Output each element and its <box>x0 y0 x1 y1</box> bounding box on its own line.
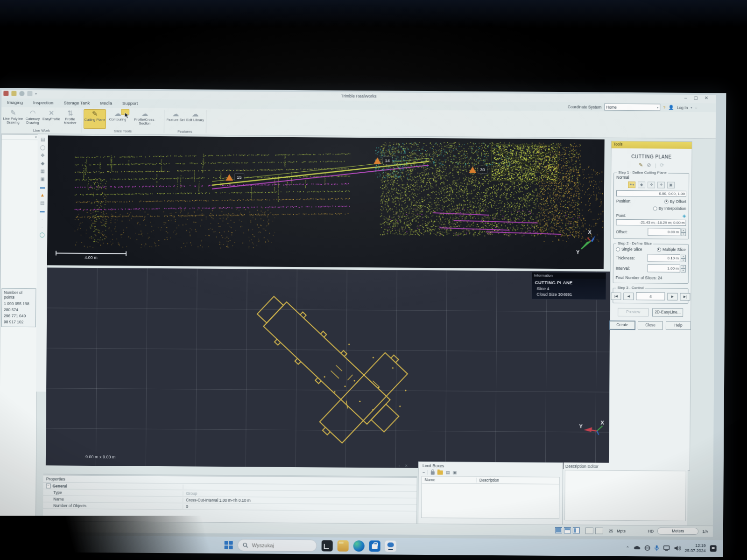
file-explorer-icon[interactable] <box>338 540 349 552</box>
previous-slice-button[interactable]: ◀ <box>623 292 634 300</box>
tab-inspection[interactable]: Inspection <box>33 100 53 105</box>
line-polyline-drawing-button[interactable]: ✎ Line Polyline Drawing <box>2 109 24 127</box>
close-panel-button[interactable]: Close <box>638 321 663 329</box>
volume-icon[interactable] <box>674 546 681 551</box>
viewport-3d[interactable]: 15 14 30 4.00 m X Z <box>47 135 605 269</box>
segment-icon[interactable]: ▦ <box>40 169 45 174</box>
description-editor-box[interactable] <box>564 470 686 521</box>
limit-boxes-table[interactable]: Name Description <box>421 476 560 519</box>
units-selector[interactable]: Meters <box>657 527 698 535</box>
tab-media[interactable]: Media <box>100 100 112 105</box>
edit-library-button[interactable]: ☁ Edit Library <box>184 110 206 128</box>
orbit-icon[interactable]: ◯ <box>40 145 45 150</box>
profile-matcher-button[interactable]: ⇅ Profile Matcher <box>59 109 81 128</box>
realworks-taskbar-icon[interactable] <box>322 540 333 551</box>
column-name[interactable]: Name <box>422 477 477 483</box>
collapse-general-icon[interactable]: − <box>46 483 51 488</box>
panel-pin-close-icons[interactable]: ◦ ✕ <box>399 464 410 468</box>
edge-browser-icon[interactable] <box>353 540 365 552</box>
layout-single-icon[interactable] <box>555 527 562 533</box>
compass-icon[interactable]: ◯ <box>40 232 45 237</box>
cutting-plane-button[interactable]: ✎ Cutting Plane <box>84 109 106 129</box>
edit-plane-icon[interactable]: ✎ <box>639 162 643 168</box>
normal-vector-input[interactable] <box>616 190 686 197</box>
by-interpolation-radio[interactable]: By Interpolation <box>653 206 686 210</box>
maximize-button[interactable]: ▢ <box>693 95 698 100</box>
close-button[interactable]: ✕ <box>705 95 708 100</box>
export-icon[interactable]: ▤ <box>446 470 450 475</box>
network-icon[interactable] <box>645 545 650 551</box>
onedrive-icon[interactable] <box>634 545 641 551</box>
point-size-icon[interactable]: ∙ <box>42 217 43 221</box>
tools-panel-header[interactable]: Tools <box>612 141 692 149</box>
layout-split-v-icon[interactable] <box>573 527 580 533</box>
by-offset-radio[interactable]: By Offset <box>664 199 686 204</box>
notification-icon[interactable] <box>710 545 717 552</box>
lock-icon[interactable] <box>431 471 435 475</box>
tab-support[interactable]: Support <box>122 100 138 105</box>
reset-icon[interactable]: ⟳ <box>660 162 664 168</box>
slice-view-icon[interactable]: ▬ <box>40 209 45 213</box>
start-button[interactable] <box>225 541 233 549</box>
point-density-toggle-icon[interactable] <box>585 527 593 534</box>
easyline-button[interactable]: 2D-EasyLine... <box>652 308 683 316</box>
measure-icon[interactable]: ▤ <box>40 201 45 205</box>
warning-marker-icon[interactable]: ▲ <box>40 193 45 197</box>
annotation-marker-15[interactable]: 15 <box>226 173 244 181</box>
feature-set-button[interactable]: ☁ Feature Set <box>165 110 186 128</box>
microsoft-store-icon[interactable] <box>369 540 381 552</box>
annotation-marker-30[interactable]: 30 <box>469 166 487 174</box>
pan-icon[interactable]: ✥ <box>41 153 44 158</box>
login-button[interactable]: Log In <box>677 105 688 110</box>
slice-index-input[interactable] <box>636 292 665 300</box>
tab-imaging[interactable]: Imaging <box>7 100 23 105</box>
preview-button[interactable]: Preview <box>618 308 648 316</box>
help-icon[interactable]: ? <box>663 105 665 110</box>
tray-chevron-icon[interactable]: ⌃ <box>626 545 629 550</box>
point-input[interactable] <box>616 219 686 226</box>
profile-cross-section-button[interactable]: ☁ Profile/Cross-Section <box>129 110 160 128</box>
microphone-icon[interactable] <box>655 545 659 551</box>
interval-spinner[interactable]: ▴▾ <box>648 264 686 273</box>
create-button[interactable]: Create <box>610 321 635 329</box>
grid-icon[interactable]: ▣ <box>40 177 45 182</box>
ribbon-options-icon[interactable]: ◌ <box>695 105 697 110</box>
tab-storage-tank[interactable]: Storage Tank <box>63 100 90 105</box>
annotation-marker-14[interactable]: 14 <box>374 156 392 164</box>
coordinate-system-select[interactable]: Home▾ <box>604 104 660 111</box>
remove-limit-box-icon[interactable]: − <box>423 470 425 475</box>
layout-split-h-icon[interactable] <box>564 527 571 533</box>
multiple-slice-radio[interactable]: Multiple Slice <box>657 247 686 252</box>
help-button[interactable]: Help <box>666 322 691 330</box>
next-slice-button[interactable]: ▶ <box>667 293 677 300</box>
render-quality-label[interactable]: HD <box>648 529 654 533</box>
viewport-plan[interactable]: Information CUTTING PLANE Slice 4 Cloud … <box>46 267 620 469</box>
settings-icon[interactable]: ▣ <box>453 470 457 475</box>
render-mode-icon[interactable]: ▤ <box>41 137 45 142</box>
disable-plane-icon[interactable]: ⊘ <box>647 162 651 168</box>
pick-normal-icon[interactable]: ✦▾ <box>628 182 635 188</box>
open-folder-icon[interactable] <box>437 470 443 475</box>
options-icon[interactable]: ∙ <box>42 224 43 229</box>
display-icon[interactable] <box>663 546 670 551</box>
thickness-spinner[interactable]: ▴▾ <box>648 254 686 262</box>
limit-box-icon[interactable]: ▬ <box>40 185 45 189</box>
search-input[interactable] <box>251 542 304 549</box>
ribbon-collapse-icon[interactable]: ▾ <box>691 106 692 109</box>
last-slice-button[interactable]: ▶| <box>680 293 690 300</box>
point-color-toggle-icon[interactable] <box>595 527 603 534</box>
first-slice-button[interactable]: |◀ <box>611 292 621 300</box>
pick-point-icon[interactable]: ◈ <box>683 213 686 218</box>
pinned-app-icon[interactable] <box>385 540 396 552</box>
panel-collapse-icon[interactable]: ▾ <box>35 135 37 139</box>
zoom-tool-icon[interactable]: ◆ <box>41 161 44 166</box>
column-description[interactable]: Description <box>477 478 559 483</box>
axis-y-normal-icon[interactable]: ✣ <box>648 182 655 188</box>
taskbar-clock[interactable]: 12:19 25.07.2024 <box>685 543 706 553</box>
taskbar-search[interactable] <box>238 539 317 552</box>
point-cloud-canvas[interactable] <box>47 135 605 269</box>
minimize-button[interactable]: – <box>684 95 687 100</box>
axis-z-normal-icon[interactable]: ✛ <box>657 182 665 188</box>
axis-x-normal-icon[interactable]: ◆ <box>638 182 645 188</box>
offset-spinner[interactable]: ▴▾ <box>648 228 686 236</box>
